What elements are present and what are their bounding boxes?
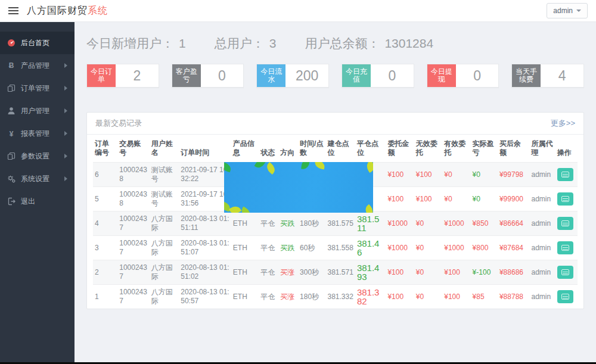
order-detail-button[interactable]	[557, 266, 573, 279]
table-cell: ¥1000	[386, 236, 414, 260]
table-cell: ¥86664	[498, 211, 530, 236]
column-header: 产品信息	[231, 135, 259, 163]
table-cell: ¥100	[386, 163, 414, 187]
column-header: 订单编号	[93, 135, 117, 163]
table-cell: admin	[530, 163, 555, 187]
stat-card: 客户盈亏0	[172, 64, 244, 88]
stat-card-value: 2	[116, 64, 159, 87]
table-cell: ¥1000	[386, 211, 414, 236]
column-header: 状态	[259, 135, 278, 163]
sidebar-item-8[interactable]: 退出	[0, 190, 74, 213]
stat-card-value: 0	[456, 64, 499, 87]
column-header: 买后余额	[498, 135, 530, 163]
sidebar-item-7[interactable]: 系统设置	[0, 167, 74, 190]
table-cell: admin	[530, 260, 555, 285]
topbar: 八方国际财贸系统 admin	[0, 0, 596, 22]
table-cell: 测试账号	[150, 163, 179, 187]
order-detail-button[interactable]	[557, 217, 573, 230]
table-cell: 381.575	[325, 211, 355, 236]
table-cell: ¥100	[414, 187, 442, 211]
panel-title: 最新交易记录	[95, 118, 142, 129]
sidebar-item-label: 产品管理	[21, 61, 59, 71]
table-cell: 60秒	[298, 236, 325, 260]
sidebar-item-3[interactable]: 订单管理	[0, 77, 74, 99]
table-cell: 八方国际	[150, 211, 179, 236]
stat-card: 今日提现0	[427, 64, 499, 88]
table-cell-actions	[555, 285, 578, 309]
table-cell: ¥85	[471, 285, 498, 309]
column-header: 交易账号	[117, 135, 150, 163]
order-detail-button[interactable]	[557, 192, 573, 206]
table-cell: ¥0	[414, 260, 442, 285]
sidebar-item-4[interactable]: 用户管理	[0, 99, 74, 122]
sidebar-item-5[interactable]: ¥报表管理	[0, 122, 74, 145]
svg-text:Ƀ: Ƀ	[9, 61, 14, 70]
table-cell: 10002437	[117, 211, 150, 236]
table-cell: 八方国际	[150, 260, 179, 285]
table-cell: ETH	[231, 285, 259, 309]
table-cell: 180秒	[298, 211, 325, 236]
table-cell: ¥99900	[498, 187, 530, 211]
table-cell: 381.558	[325, 236, 355, 260]
chevron-right-icon	[64, 108, 67, 113]
table-cell: ¥0	[414, 236, 442, 260]
sidebar-item-label: 报表管理	[21, 129, 59, 139]
table-cell: 300秒	[298, 260, 325, 285]
sidebar-item-label: 用户管理	[21, 106, 59, 116]
table-cell: 2020-08-13 01:51:02	[179, 260, 231, 285]
table-cell: 4	[93, 211, 117, 236]
table-cell-actions	[555, 187, 578, 211]
detail-card-icon	[561, 269, 569, 275]
table-cell: ¥100	[442, 260, 470, 285]
chevron-right-icon	[64, 86, 67, 91]
table-cell: ¥100	[386, 187, 414, 211]
column-header: 建仓点位	[325, 135, 355, 163]
column-header: 方向	[278, 135, 298, 163]
column-header: 有效委托	[442, 135, 470, 163]
order-detail-button[interactable]	[557, 168, 573, 181]
sidebar-item-1[interactable]: 后台首页	[0, 32, 74, 54]
redaction-image	[224, 162, 373, 213]
stat-card-value: 200	[285, 64, 328, 87]
table-cell: 平仓	[259, 285, 278, 309]
table-cell: 3	[93, 236, 117, 260]
more-link[interactable]: 更多>>	[551, 118, 575, 129]
hamburger-menu-icon[interactable]	[8, 7, 18, 15]
stat-card: 今日流水200	[256, 64, 329, 88]
user-icon	[7, 107, 15, 115]
summary-label: 今日新增用户：	[86, 36, 174, 50]
latest-trades-panel: 最新交易记录 更多>> 订单编号交易账号用户姓名订单时间产品信息状态方向时间/点…	[86, 112, 584, 309]
table-cell: ¥0	[414, 211, 442, 236]
table-cell: 平仓	[259, 260, 278, 285]
sidebar-item-6[interactable]: 参数设置	[0, 145, 74, 167]
admin-dashboard: 八方国际财贸系统 admin 后台首页Ƀ产品管理订单管理用户管理¥报表管理参数设…	[0, 0, 596, 364]
order-detail-button[interactable]	[557, 290, 573, 303]
table-cell: ¥1000	[442, 211, 470, 236]
table-cell: admin	[530, 211, 555, 236]
table-cell: 5	[93, 187, 117, 211]
stat-card-label: 今日流水	[257, 64, 285, 87]
table-cell: 381.571	[325, 260, 355, 285]
sidebar: 后台首页Ƀ产品管理订单管理用户管理¥报表管理参数设置系统设置退出	[0, 22, 74, 364]
table-cell: 10002437	[117, 260, 150, 285]
table-cell: ¥99798	[498, 163, 530, 187]
summary-value: 1301284	[384, 36, 433, 50]
user-menu-button[interactable]: admin	[547, 3, 588, 18]
trades-table: 订单编号交易账号用户姓名订单时间产品信息状态方向时间/点数建仓点位平仓点位委托金…	[93, 135, 578, 309]
table-cell: 买跌	[278, 236, 298, 260]
sidebar-item-2[interactable]: Ƀ产品管理	[0, 54, 74, 77]
main-content: 今日新增用户：1总用户：3用户总余额：1301284 今日订单2客户盈亏0今日流…	[74, 22, 596, 364]
table-cell: 2020-08-13 01:50:57	[179, 285, 231, 309]
table-cell: ¥0	[471, 163, 498, 187]
table-cell: ¥800	[471, 236, 498, 260]
column-header: 用户姓名	[150, 135, 179, 163]
table-cell: admin	[530, 187, 555, 211]
chevron-right-icon	[64, 131, 67, 136]
column-header: 操作	[555, 135, 578, 163]
table-cell: ¥100	[442, 285, 470, 309]
column-header: 订单时间	[179, 135, 231, 163]
stat-card-label: 今日充值	[342, 64, 371, 87]
table-cell: ¥88788	[498, 285, 530, 309]
table-cell: 10002437	[117, 236, 150, 260]
order-detail-button[interactable]	[557, 241, 573, 254]
